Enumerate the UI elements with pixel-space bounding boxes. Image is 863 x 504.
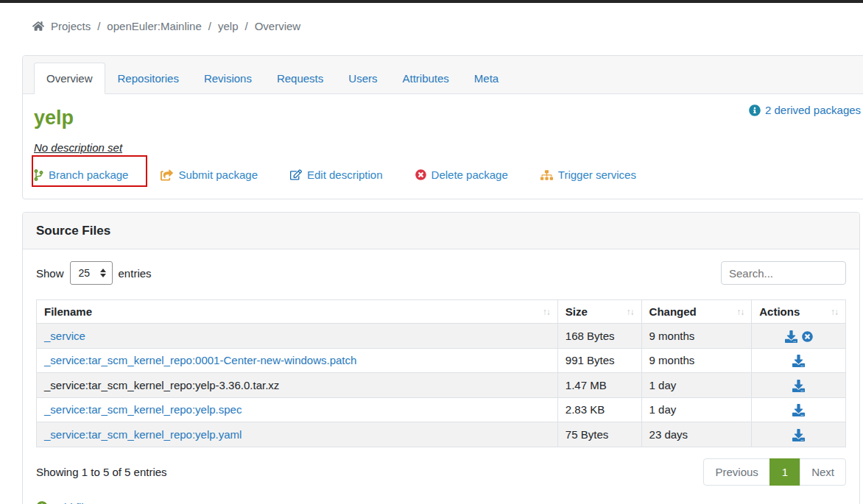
derived-packages-link[interactable]: 2 derived packages [749,104,861,116]
edit-icon [290,169,302,180]
breadcrumb-separator: / [208,20,211,32]
download-file-icon[interactable] [792,355,805,367]
source-files-title: Source Files [23,213,859,249]
entries-summary: Showing 1 to 5 of 5 entries [36,466,167,478]
sort-icon[interactable]: ↑↓ [627,307,634,317]
package-description: No description set [34,141,122,154]
breadcrumb-item-package[interactable]: yelp [218,20,239,32]
edit-description-button[interactable]: Edit description [290,168,383,181]
entries-select-value: 25 [79,267,91,279]
file-link[interactable]: _service [44,330,85,342]
file-size: 2.83 KB [557,397,641,422]
file-size: 991 Bytes [557,348,641,373]
download-file-icon[interactable] [785,330,797,343]
table-row: _service:tar_scm_kernel_repo:yelp.spec 2… [37,397,846,422]
home-icon[interactable] [32,21,44,32]
package-actions: Branch package Submit package Edit descr… [34,168,857,181]
share-square-icon [161,169,173,181]
breadcrumb-item-current: Overview [255,20,301,32]
times-circle-icon [415,169,426,180]
delete-package-label: Delete package [432,168,508,181]
table-header-row: Filename↑↓ Size↑↓ Changed↑↓ Actions↑↓ [37,300,846,324]
table-controls: Show 25 entries [36,261,846,285]
file-link[interactable]: _service:tar_scm_kernel_repo:yelp.spec [44,403,242,416]
file-link[interactable]: _service:tar_scm_kernel_repo:yelp.yaml [44,428,242,441]
trigger-services-label: Trigger services [558,168,636,181]
tab-repositories[interactable]: Repositories [105,63,191,94]
plus-circle-icon [36,501,48,504]
package-tab-bar: Overview Repositories Revisions Requests… [23,56,863,94]
page-title: yelp [34,107,857,128]
sitemap-icon [540,170,553,180]
file-size: 1.47 MB [557,373,641,398]
download-file-icon[interactable] [792,429,805,441]
pagination-previous[interactable]: Previous [703,458,769,486]
show-label: Show [36,267,64,280]
table-row: _service:tar_scm_kernel_repo:0001-Center… [37,348,846,373]
add-file-link[interactable]: Add file [36,501,90,504]
search-input[interactable] [721,261,846,285]
table-row: _service 168 Bytes 9 months [37,324,846,349]
breadcrumb-separator: / [244,20,247,32]
download-file-icon[interactable] [792,380,805,392]
entries-label: entries [119,267,152,280]
pagination: Previous 1 Next [704,458,846,486]
source-files-card: Source Files Show 25 entries Filename↑↓ … [22,212,860,504]
tab-revisions[interactable]: Revisions [191,63,264,94]
file-changed: 1 day [641,373,752,398]
column-header-changed[interactable]: Changed↑↓ [641,300,752,324]
breadcrumb-item-project[interactable]: openEuler:Mainline [107,20,201,32]
derived-packages-label: 2 derived packages [765,104,861,116]
source-files-table: Filename↑↓ Size↑↓ Changed↑↓ Actions↑↓ _s… [36,299,846,447]
sort-icon[interactable]: ↑↓ [543,307,550,317]
file-changed: 9 months [641,324,752,349]
submit-package-label: Submit package [178,168,258,181]
delete-package-button[interactable]: Delete package [415,168,508,181]
column-header-filename[interactable]: Filename↑↓ [37,300,558,324]
code-branch-icon [34,169,43,181]
breadcrumb-item-projects[interactable]: Projects [51,20,91,32]
file-size: 75 Bytes [557,422,641,447]
trigger-services-button[interactable]: Trigger services [540,168,636,181]
file-changed: 9 months [641,348,752,373]
select-caret-icon [100,269,106,277]
pagination-next[interactable]: Next [800,458,846,486]
package-overview-card: Overview Repositories Revisions Requests… [22,55,863,199]
entries-select[interactable]: 25 [70,261,113,285]
pagination-page-1[interactable]: 1 [769,458,800,486]
tab-meta[interactable]: Meta [462,63,511,94]
column-header-size[interactable]: Size↑↓ [557,300,641,324]
info-circle-icon [749,104,761,116]
tab-users[interactable]: Users [336,63,390,94]
edit-description-label: Edit description [307,168,383,181]
sort-icon[interactable]: ↑↓ [736,307,744,317]
breadcrumb-separator: / [97,20,100,32]
column-header-actions[interactable]: Actions↑↓ [752,300,846,324]
sort-icon[interactable]: ↑↓ [831,307,838,317]
tab-requests[interactable]: Requests [264,63,336,94]
submit-package-button[interactable]: Submit package [161,168,258,181]
table-row: _service:tar_scm_kernel_repo:yelp.yaml 7… [37,422,846,447]
file-changed: 23 days [641,422,752,447]
breadcrumb: Projects / openEuler:Mainline / yelp / O… [32,20,300,32]
file-link[interactable]: _service:tar_scm_kernel_repo:0001-Center… [44,354,356,366]
table-row: _service:tar_scm_kernel_repo:yelp-3.36.0… [37,373,846,398]
download-file-icon[interactable] [792,404,805,416]
tab-attributes[interactable]: Attributes [390,63,461,94]
file-changed: 1 day [641,397,752,422]
branch-package-label: Branch package [49,168,128,181]
branch-package-button[interactable]: Branch package [34,168,128,181]
add-file-label: Add file [53,501,90,504]
tab-overview[interactable]: Overview [34,63,105,94]
top-border-bar [0,0,863,3]
file-size: 168 Bytes [557,324,641,349]
delete-file-icon[interactable] [802,331,813,342]
file-name-text: _service:tar_scm_kernel_repo:yelp-3.36.0… [44,379,279,391]
